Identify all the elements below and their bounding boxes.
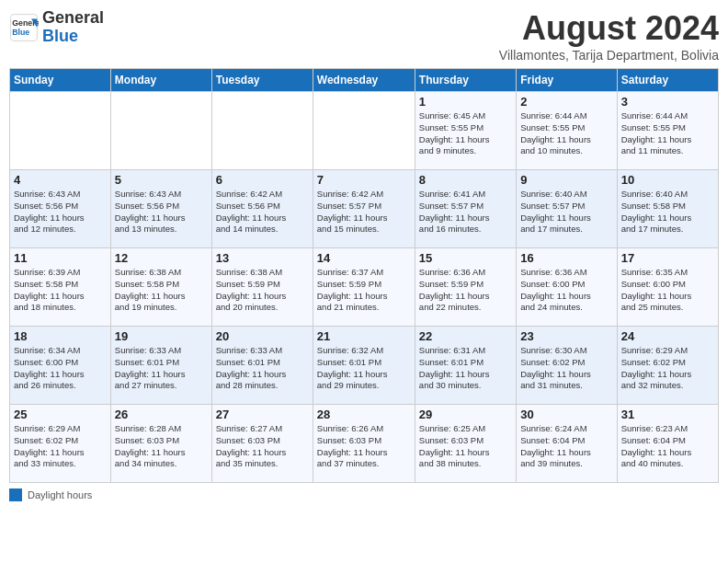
- calendar-cell: 1Sunrise: 6:45 AM Sunset: 5:55 PM Daylig…: [415, 92, 516, 170]
- day-info: Sunrise: 6:29 AM Sunset: 6:02 PM Dayligh…: [621, 345, 714, 392]
- weekday-header-row: SundayMondayTuesdayWednesdayThursdayFrid…: [10, 69, 719, 92]
- day-info: Sunrise: 6:31 AM Sunset: 6:01 PM Dayligh…: [419, 345, 512, 392]
- calendar-cell: 16Sunrise: 6:36 AM Sunset: 6:00 PM Dayli…: [517, 248, 617, 327]
- calendar-cell: 3Sunrise: 6:44 AM Sunset: 5:55 PM Daylig…: [617, 92, 718, 170]
- calendar-table: SundayMondayTuesdayWednesdayThursdayFrid…: [9, 68, 719, 483]
- day-info: Sunrise: 6:37 AM Sunset: 5:59 PM Dayligh…: [317, 267, 411, 314]
- calendar-cell: [211, 92, 313, 170]
- calendar-cell: 6Sunrise: 6:42 AM Sunset: 5:56 PM Daylig…: [211, 170, 313, 248]
- day-number: 6: [216, 173, 309, 187]
- calendar-cell: 12Sunrise: 6:38 AM Sunset: 5:58 PM Dayli…: [110, 248, 211, 327]
- day-info: Sunrise: 6:40 AM Sunset: 5:58 PM Dayligh…: [621, 189, 714, 236]
- calendar-cell: 4Sunrise: 6:43 AM Sunset: 5:56 PM Daylig…: [10, 170, 111, 248]
- calendar-cell: 17Sunrise: 6:35 AM Sunset: 6:00 PM Dayli…: [617, 248, 718, 327]
- day-info: Sunrise: 6:40 AM Sunset: 5:57 PM Dayligh…: [520, 189, 612, 236]
- day-info: Sunrise: 6:33 AM Sunset: 6:01 PM Dayligh…: [216, 345, 309, 392]
- day-info: Sunrise: 6:33 AM Sunset: 6:01 PM Dayligh…: [115, 345, 208, 392]
- day-number: 13: [216, 251, 309, 265]
- day-info: Sunrise: 6:36 AM Sunset: 6:00 PM Dayligh…: [520, 267, 612, 314]
- day-number: 28: [317, 408, 411, 421]
- calendar-cell: 9Sunrise: 6:40 AM Sunset: 5:57 PM Daylig…: [517, 170, 617, 248]
- calendar-cell: 23Sunrise: 6:30 AM Sunset: 6:02 PM Dayli…: [517, 327, 617, 405]
- weekday-header-sunday: Sunday: [10, 69, 111, 92]
- day-info: Sunrise: 6:25 AM Sunset: 6:03 PM Dayligh…: [419, 423, 512, 470]
- title-block: August 2024 Villamontes, Tarija Departme…: [499, 9, 719, 63]
- day-info: Sunrise: 6:36 AM Sunset: 5:59 PM Dayligh…: [419, 267, 512, 314]
- day-info: Sunrise: 6:29 AM Sunset: 6:02 PM Dayligh…: [14, 423, 107, 470]
- calendar-cell: [10, 92, 111, 170]
- calendar-cell: 29Sunrise: 6:25 AM Sunset: 6:03 PM Dayli…: [415, 405, 516, 483]
- day-info: Sunrise: 6:43 AM Sunset: 5:56 PM Dayligh…: [115, 189, 208, 236]
- logo-blue-text: Blue: [42, 28, 104, 46]
- day-info: Sunrise: 6:24 AM Sunset: 6:04 PM Dayligh…: [520, 423, 612, 470]
- day-info: Sunrise: 6:42 AM Sunset: 5:57 PM Dayligh…: [317, 189, 411, 236]
- svg-text:Blue: Blue: [12, 28, 29, 37]
- calendar-cell: 18Sunrise: 6:34 AM Sunset: 6:00 PM Dayli…: [10, 327, 111, 405]
- day-info: Sunrise: 6:43 AM Sunset: 5:56 PM Dayligh…: [14, 189, 107, 236]
- day-info: Sunrise: 6:45 AM Sunset: 5:55 PM Dayligh…: [419, 110, 512, 157]
- calendar-cell: 11Sunrise: 6:39 AM Sunset: 5:58 PM Dayli…: [10, 248, 111, 327]
- day-number: 16: [520, 251, 612, 265]
- day-number: 24: [621, 329, 714, 343]
- day-info: Sunrise: 6:44 AM Sunset: 5:55 PM Dayligh…: [520, 110, 612, 157]
- calendar-cell: 30Sunrise: 6:24 AM Sunset: 6:04 PM Dayli…: [517, 405, 617, 483]
- legend: Daylight hours: [9, 488, 719, 501]
- day-info: Sunrise: 6:27 AM Sunset: 6:03 PM Dayligh…: [216, 423, 309, 470]
- day-number: 2: [520, 95, 612, 109]
- day-number: 23: [520, 329, 612, 343]
- day-number: 22: [419, 329, 512, 343]
- day-info: Sunrise: 6:34 AM Sunset: 6:00 PM Dayligh…: [14, 345, 107, 392]
- day-number: 10: [621, 173, 714, 187]
- calendar-cell: 21Sunrise: 6:32 AM Sunset: 6:01 PM Dayli…: [313, 327, 415, 405]
- weekday-header-thursday: Thursday: [415, 69, 516, 92]
- weekday-header-friday: Friday: [517, 69, 617, 92]
- calendar-cell: 13Sunrise: 6:38 AM Sunset: 5:59 PM Dayli…: [211, 248, 313, 327]
- calendar-cell: 24Sunrise: 6:29 AM Sunset: 6:02 PM Dayli…: [617, 327, 718, 405]
- day-number: 29: [419, 408, 512, 421]
- day-info: Sunrise: 6:32 AM Sunset: 6:01 PM Dayligh…: [317, 345, 411, 392]
- calendar-cell: 28Sunrise: 6:26 AM Sunset: 6:03 PM Dayli…: [313, 405, 415, 483]
- day-info: Sunrise: 6:30 AM Sunset: 6:02 PM Dayligh…: [520, 345, 612, 392]
- calendar-cell: [110, 92, 211, 170]
- day-info: Sunrise: 6:38 AM Sunset: 5:59 PM Dayligh…: [216, 267, 309, 314]
- calendar-cell: 22Sunrise: 6:31 AM Sunset: 6:01 PM Dayli…: [415, 327, 516, 405]
- day-number: 21: [317, 329, 411, 343]
- day-number: 1: [419, 95, 512, 109]
- calendar-cell: 14Sunrise: 6:37 AM Sunset: 5:59 PM Dayli…: [313, 248, 415, 327]
- day-number: 19: [115, 329, 208, 343]
- calendar-cell: 8Sunrise: 6:41 AM Sunset: 5:57 PM Daylig…: [415, 170, 516, 248]
- calendar-cell: 2Sunrise: 6:44 AM Sunset: 5:55 PM Daylig…: [517, 92, 617, 170]
- logo: General Blue General Blue: [9, 9, 104, 46]
- logo-icon: General Blue: [9, 13, 39, 42]
- day-number: 4: [14, 173, 107, 187]
- day-info: Sunrise: 6:41 AM Sunset: 5:57 PM Dayligh…: [419, 189, 512, 236]
- day-info: Sunrise: 6:42 AM Sunset: 5:56 PM Dayligh…: [216, 189, 309, 236]
- logo-general-text: General: [42, 9, 104, 28]
- day-number: 31: [621, 408, 714, 421]
- day-info: Sunrise: 6:26 AM Sunset: 6:03 PM Dayligh…: [317, 423, 411, 470]
- calendar-cell: 27Sunrise: 6:27 AM Sunset: 6:03 PM Dayli…: [211, 405, 313, 483]
- calendar-week-row: 4Sunrise: 6:43 AM Sunset: 5:56 PM Daylig…: [10, 170, 719, 248]
- day-number: 14: [317, 251, 411, 265]
- day-number: 11: [14, 251, 107, 265]
- day-number: 3: [621, 95, 714, 109]
- page-header: General Blue General Blue August 2024 Vi…: [9, 9, 719, 63]
- day-number: 30: [520, 408, 612, 421]
- day-number: 7: [317, 173, 411, 187]
- day-number: 27: [216, 408, 309, 421]
- weekday-header-wednesday: Wednesday: [313, 69, 415, 92]
- weekday-header-tuesday: Tuesday: [211, 69, 313, 92]
- day-info: Sunrise: 6:35 AM Sunset: 6:00 PM Dayligh…: [621, 267, 714, 314]
- calendar-cell: 31Sunrise: 6:23 AM Sunset: 6:04 PM Dayli…: [617, 405, 718, 483]
- legend-label: Daylight hours: [28, 489, 92, 500]
- calendar-cell: 15Sunrise: 6:36 AM Sunset: 5:59 PM Dayli…: [415, 248, 516, 327]
- day-info: Sunrise: 6:38 AM Sunset: 5:58 PM Dayligh…: [115, 267, 208, 314]
- day-number: 9: [520, 173, 612, 187]
- calendar-cell: 19Sunrise: 6:33 AM Sunset: 6:01 PM Dayli…: [110, 327, 211, 405]
- calendar-cell: 10Sunrise: 6:40 AM Sunset: 5:58 PM Dayli…: [617, 170, 718, 248]
- calendar-week-row: 25Sunrise: 6:29 AM Sunset: 6:02 PM Dayli…: [10, 405, 719, 483]
- calendar-cell: 25Sunrise: 6:29 AM Sunset: 6:02 PM Dayli…: [10, 405, 111, 483]
- day-number: 5: [115, 173, 208, 187]
- day-number: 17: [621, 251, 714, 265]
- calendar-cell: 5Sunrise: 6:43 AM Sunset: 5:56 PM Daylig…: [110, 170, 211, 248]
